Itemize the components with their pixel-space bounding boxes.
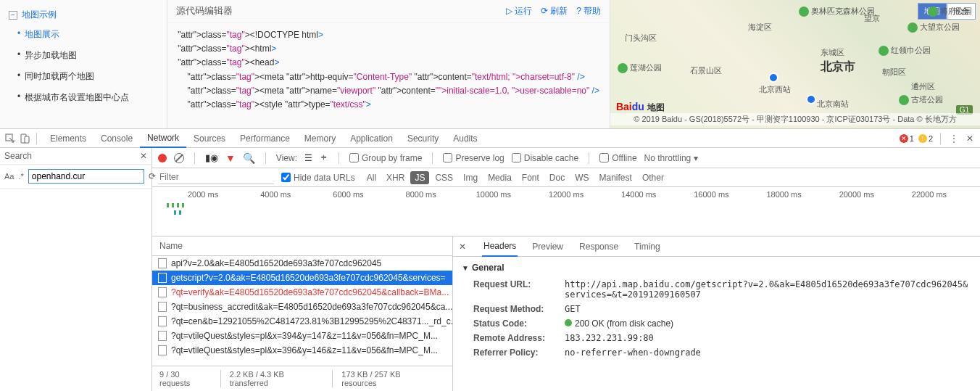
devtools-tab-audits[interactable]: Audits (446, 129, 484, 148)
park-icon (799, 7, 809, 17)
tree-item[interactable]: 异步加载地图 (0, 45, 167, 66)
inspect-icon[interactable] (4, 133, 16, 144)
map-city-label: 北京市 (821, 59, 855, 75)
map-label: 门头沟区 (625, 33, 657, 44)
example-tree: − 地图示例 地图展示异步加载地图同时加载两个地图根据城市名设置地图中心点 (0, 0, 167, 128)
search-input[interactable] (28, 169, 144, 184)
regex-toggle[interactable]: .* (18, 172, 23, 181)
screenshot-icon[interactable]: ▮◉ (205, 152, 218, 163)
collapse-icon[interactable]: − (9, 11, 17, 20)
request-row[interactable]: getscript?v=2.0&ak=E4805d16520de693a3fe7… (152, 271, 452, 285)
detail-tab-preview[interactable]: Preview (531, 236, 565, 257)
name-column-header[interactable]: Name (152, 236, 452, 256)
request-row[interactable]: ?qt=vtileQuest&styles=pl&x=394&y=147&z=1… (152, 329, 452, 343)
devtools-tab-sources[interactable]: Sources (186, 129, 233, 148)
devtools-tab-network[interactable]: Network (140, 129, 186, 148)
general-section[interactable]: ▼General (462, 263, 971, 273)
request-method: GET (565, 304, 581, 314)
detail-tab-timing[interactable]: Timing (633, 236, 662, 257)
filter-pill-img[interactable]: Img (459, 171, 482, 184)
tree-item[interactable]: 地图展示 (0, 24, 167, 45)
offline-check[interactable]: Offline (599, 153, 636, 163)
file-icon (158, 316, 167, 326)
large-rows-icon[interactable]: ☰ (304, 153, 312, 163)
editor-title: 源代码编辑器 (176, 4, 233, 17)
request-row[interactable]: ?qt=cen&b=12921055%2C4814723.81%3B129952… (152, 314, 452, 329)
filter-pill-manifest[interactable]: Manifest (595, 171, 636, 184)
request-row[interactable]: api?v=2.0&ak=E4805d16520de693a3fe707cdc9… (152, 256, 452, 271)
request-row[interactable]: ?qt=business_accredit&ak=E4805d16520de69… (152, 300, 452, 314)
filter-input[interactable] (158, 170, 274, 184)
status-dot-icon (565, 319, 572, 326)
map-label: 望京 (864, 13, 880, 24)
overview-icon[interactable]: ⫩ (320, 153, 328, 163)
timeline-tick: 22000 ms (893, 190, 966, 199)
timeline-tick: 20000 ms (821, 190, 893, 199)
detail-tab-headers[interactable]: Headers (482, 236, 518, 257)
filter-pill-other[interactable]: Other (638, 171, 668, 184)
refresh-icon: ⟳ (541, 6, 548, 16)
refresh-button[interactable]: ⟳刷新 (541, 5, 568, 17)
park-icon (618, 63, 628, 73)
error-count[interactable]: ✕1 (900, 134, 914, 143)
svg-rect-2 (25, 136, 29, 143)
timeline[interactable]: 2000 ms4000 ms6000 ms8000 ms10000 ms1200… (152, 187, 980, 236)
code-area[interactable]: "attr">class="tag"><!DOCTYPE html>"attr"… (167, 22, 610, 128)
devtools-tab-security[interactable]: Security (400, 129, 446, 148)
devtools-tab-memory[interactable]: Memory (297, 129, 343, 148)
disable-cache-check[interactable]: Disable cache (512, 153, 578, 163)
close-search-icon[interactable]: ✕ (140, 151, 147, 161)
file-icon (158, 331, 167, 341)
tree-item[interactable]: 根据城市名设置地图中心点 (0, 87, 167, 108)
map-label: 海淀区 (748, 22, 772, 33)
clear-button[interactable] (174, 153, 184, 163)
map-label: 北京西站 (759, 84, 791, 95)
devtools-tab-console[interactable]: Console (94, 129, 140, 148)
group-by-frame-check[interactable]: Group by frame (349, 153, 422, 163)
device-icon[interactable] (19, 133, 30, 144)
filter-pill-all[interactable]: All (362, 171, 381, 184)
devtools-tab-application[interactable]: Application (343, 129, 400, 148)
network-toolbar: ▮◉ ▼ 🔍 View: ☰ ⫩ Group by frame Preserve… (152, 148, 980, 168)
tree-root[interactable]: − 地图示例 (0, 6, 167, 24)
play-icon: ▷ (506, 6, 512, 16)
close-detail-icon[interactable]: ✕ (459, 242, 466, 252)
timeline-tick: 4000 ms (239, 190, 312, 199)
map-preview[interactable]: 地图 混合 北京市 门头沟区莲湖公园海淀区石景山区北京西站北京南站奥林匹克森林公… (610, 0, 980, 128)
close-devtools-icon[interactable]: ✕ (964, 133, 976, 144)
record-button[interactable] (158, 154, 167, 162)
filter-pill-font[interactable]: Font (518, 171, 544, 184)
request-row[interactable]: ?qt=vtileQuest&styles=pl&x=396&y=146&z=1… (152, 343, 452, 358)
filter-pill-xhr[interactable]: XHR (382, 171, 409, 184)
filter-pill-css[interactable]: CSS (431, 171, 457, 184)
map-pin-icon (806, 94, 816, 104)
filter-pill-media[interactable]: Media (483, 171, 516, 184)
filter-pill-doc[interactable]: Doc (545, 171, 569, 184)
map-label: 东城区 (821, 47, 844, 58)
map-label: 石景山区 (690, 65, 722, 76)
preserve-log-check[interactable]: Preserve log (443, 153, 504, 163)
referrer-policy: no-referrer-when-downgrade (565, 347, 701, 358)
request-url: http://api.map.baidu.com/getscript?v=2.0… (565, 279, 971, 300)
throttling-select[interactable]: No throttling ▾ (644, 153, 698, 163)
filter-icon[interactable]: ▼ (225, 152, 236, 164)
request-row[interactable]: ?qt=verify&ak=E4805d16520de693a3fe707cdc… (152, 285, 452, 300)
filter-pill-ws[interactable]: WS (570, 171, 593, 184)
devtools-tab-performance[interactable]: Performance (233, 129, 297, 148)
search-icon[interactable]: 🔍 (243, 152, 255, 164)
timeline-tick: 18000 ms (748, 190, 821, 199)
file-icon (158, 258, 167, 268)
map-label: 将府公园 (928, 6, 972, 17)
run-button[interactable]: ▷运行 (506, 5, 532, 17)
filter-pill-js[interactable]: JS (410, 171, 429, 184)
kebab-icon[interactable]: ⋮ (948, 133, 960, 144)
map-label: 大望京公园 (908, 22, 960, 33)
hide-data-urls-check[interactable]: Hide data URLs (281, 173, 355, 183)
devtools-tab-elements[interactable]: Elements (43, 129, 94, 148)
tree-item[interactable]: 同时加载两个地图 (0, 66, 167, 87)
warning-count[interactable]: !2 (918, 134, 933, 143)
detail-tab-response[interactable]: Response (578, 236, 620, 257)
map-label: 古塔公园 (899, 94, 943, 105)
help-button[interactable]: ?帮助 (576, 5, 601, 17)
case-toggle[interactable]: Aa (4, 172, 14, 181)
